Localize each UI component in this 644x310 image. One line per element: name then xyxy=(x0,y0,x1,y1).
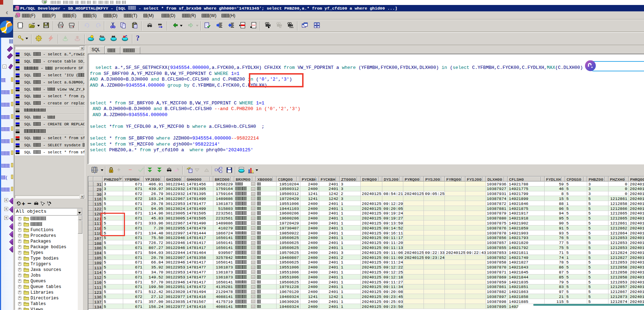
svg-text:SQL: SQL xyxy=(100,36,105,38)
